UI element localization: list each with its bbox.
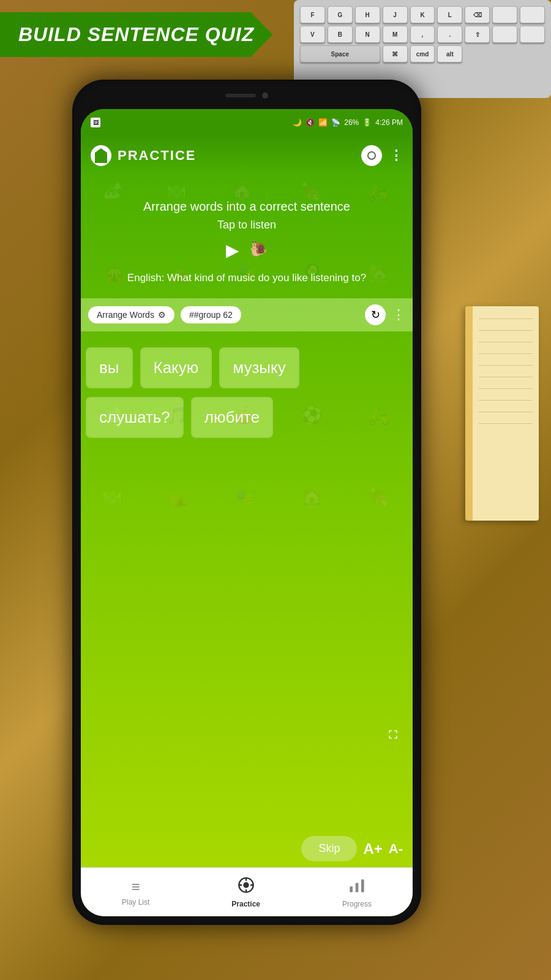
- main-content: 🏕 🍽 🏠 🍖 🛵 🎪 ⛺ 🎭 🍳 🏡 🏕 🎵 🎪: [81, 175, 413, 867]
- skip-button[interactable]: Skip: [301, 836, 357, 861]
- more-options-icon[interactable]: ⋮: [389, 148, 403, 164]
- app-logo: [91, 145, 111, 166]
- battery-icon: 🔋: [362, 118, 372, 127]
- time-display: 4:26 PM: [375, 118, 403, 127]
- wifi-icon: 📶: [318, 118, 328, 127]
- playlist-icon: ≡: [132, 878, 140, 895]
- image-status-icon: 🖼: [91, 118, 100, 127]
- font-increase-button[interactable]: A+: [363, 840, 382, 858]
- status-bar: 🖼 🌙 🔇 📶 📡 26% 🔋 4:26 PM: [81, 109, 413, 136]
- instruction-text: Arrange words into a correct sentence: [93, 200, 400, 214]
- status-right: 🌙 🔇 📶 📡 26% 🔋 4:26 PM: [293, 118, 403, 127]
- record-dot-icon: [367, 151, 376, 160]
- camera: [262, 92, 268, 99]
- record-button[interactable]: [361, 145, 382, 166]
- practice-icon: [238, 876, 255, 897]
- audio-controls: ▶ 🐌: [93, 240, 400, 260]
- progress-label: Progress: [342, 900, 372, 908]
- battery-percent: 26%: [344, 118, 359, 127]
- slow-play-button[interactable]: 🐌: [249, 240, 268, 260]
- status-left: 🖼: [91, 118, 100, 127]
- tap-listen-text: Tap to listen: [93, 219, 400, 232]
- moon-icon: 🌙: [293, 118, 302, 127]
- svg-rect-3: [356, 883, 359, 892]
- svg-rect-4: [361, 879, 364, 892]
- play-button[interactable]: ▶: [226, 240, 239, 260]
- top-bar-right: ⋮: [361, 145, 403, 166]
- app-banner: BUILD SENTENCE QUIZ: [0, 12, 272, 57]
- banner-title: BUILD SENTENCE QUIZ: [18, 23, 254, 45]
- phone-notch: [204, 88, 290, 103]
- nav-item-progress[interactable]: Progress: [342, 876, 372, 908]
- svg-rect-2: [350, 886, 353, 892]
- speaker: [225, 94, 256, 97]
- app-title: PRACTICE: [118, 148, 196, 164]
- top-bar: PRACTICE ⋮: [81, 136, 413, 175]
- svg-point-1: [243, 882, 249, 888]
- font-decrease-button[interactable]: A-: [389, 841, 403, 857]
- navigation-bar: ≡ Play List Practice: [81, 867, 413, 916]
- english-label: English:: [127, 272, 164, 284]
- bottom-action-bar: Skip A+ A-: [81, 830, 413, 867]
- notebook-decoration: [465, 306, 539, 521]
- expand-icon[interactable]: [386, 727, 400, 745]
- instruction-area: Arrange words into a correct sentence Ta…: [81, 175, 413, 298]
- english-translation: English: What kind of music do you like …: [93, 270, 400, 286]
- playlist-label: Play List: [122, 898, 149, 907]
- droplet-icon: [95, 148, 107, 163]
- nav-item-playlist[interactable]: ≡ Play List: [122, 878, 149, 907]
- nav-item-practice[interactable]: Practice: [231, 876, 260, 908]
- english-sentence: What kind of music do you like listening…: [167, 272, 366, 284]
- progress-icon: [348, 876, 365, 897]
- mute-icon: 🔇: [305, 118, 315, 127]
- signal-icon: 📡: [331, 118, 340, 127]
- practice-label: Practice: [231, 900, 260, 908]
- phone-frame: 🖼 🌙 🔇 📶 📡 26% 🔋 4:26 PM PRACTICE: [72, 80, 421, 925]
- top-bar-left: PRACTICE: [91, 145, 196, 166]
- phone-screen: 🖼 🌙 🔇 📶 📡 26% 🔋 4:26 PM PRACTICE: [81, 109, 413, 916]
